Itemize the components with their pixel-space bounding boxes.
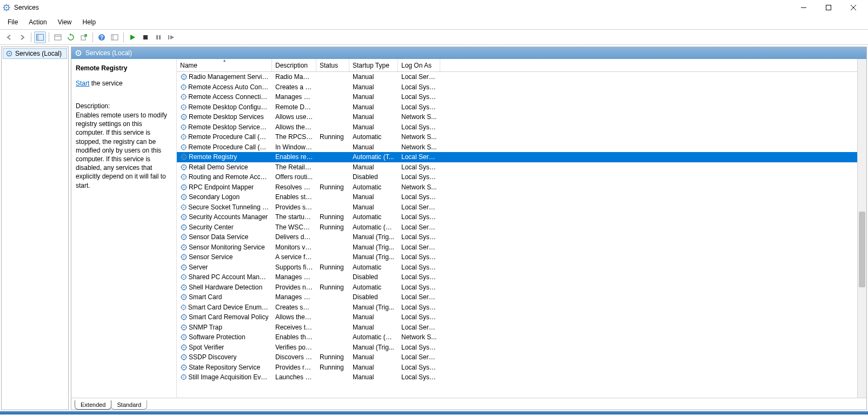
tab-extended[interactable]: Extended <box>75 400 111 410</box>
service-row[interactable]: Smart CardManages ac...DisabledLocal Ser… <box>177 292 857 302</box>
menu-file[interactable]: File <box>2 16 23 28</box>
service-row[interactable]: Smart Card Device Enumera...Creates soft… <box>177 302 857 313</box>
start-service-link[interactable]: Start <box>76 80 89 87</box>
back-button[interactable] <box>3 31 15 43</box>
console-tree[interactable]: Services (Local) <box>1 47 69 410</box>
selected-service-name: Remote Registry <box>76 64 172 72</box>
svg-point-206 <box>183 367 184 368</box>
toolbar-separator <box>49 32 49 42</box>
service-status-cell: Running <box>316 213 349 221</box>
close-button[interactable] <box>841 0 866 15</box>
col-status[interactable]: Status <box>316 59 349 71</box>
service-row[interactable]: Software ProtectionEnables the ...Automa… <box>177 332 857 342</box>
service-icon <box>180 143 187 151</box>
service-row[interactable]: Remote RegistryEnables rem...Automatic (… <box>177 152 857 162</box>
service-row[interactable]: Remote Desktop ServicesAllows user...Man… <box>177 112 857 122</box>
help-button[interactable]: ? <box>96 31 108 43</box>
toolbar: ? <box>0 30 868 45</box>
service-row[interactable]: Remote Procedure Call (RP...In Windows..… <box>177 142 857 153</box>
service-name-cell: State Repository Service <box>189 364 260 371</box>
service-row[interactable]: SNMP TrapReceives tra...ManualLocal Serv… <box>177 322 857 333</box>
service-row[interactable]: RPC Endpoint MapperResolves RP...Running… <box>177 182 857 193</box>
manage-button[interactable] <box>109 31 121 43</box>
tab-standard[interactable]: Standard <box>111 400 147 410</box>
service-row[interactable]: Spot VerifierVerifies pote...Manual (Tri… <box>177 342 857 353</box>
service-row[interactable]: Remote Procedure Call (RPC)The RPCSS ...… <box>177 132 857 142</box>
detail-panel: Remote Registry Start the service Descri… <box>71 59 177 398</box>
service-desc-cell: Provides re... <box>272 364 316 371</box>
service-name-cell: Shell Hardware Detection <box>189 284 262 291</box>
service-icon <box>180 223 188 231</box>
service-desc-cell: Discovers n... <box>272 353 316 361</box>
pause-service-button[interactable] <box>153 31 164 43</box>
scrollbar-thumb[interactable] <box>859 212 865 287</box>
service-row[interactable]: Shell Hardware DetectionProvides no...Ru… <box>177 282 857 293</box>
tree-root-services-local[interactable]: Services (Local) <box>3 48 67 59</box>
col-log-on-as[interactable]: Log On As <box>398 59 440 71</box>
service-logon-cell: Local Syste... <box>398 364 440 371</box>
service-row[interactable]: Still Image Acquisition EventsLaunches a… <box>177 372 857 383</box>
service-startup-cell: Manual <box>349 364 398 371</box>
service-row[interactable]: SSDP DiscoveryDiscovers n...RunningManua… <box>177 352 857 363</box>
service-row[interactable]: State Repository ServiceProvides re...Ru… <box>177 363 857 373</box>
service-row[interactable]: Secondary LogonEnables star...ManualLoca… <box>177 192 857 202</box>
service-icon <box>180 233 188 241</box>
service-desc-cell: Verifies pote... <box>272 344 316 351</box>
vertical-scrollbar[interactable] <box>857 59 866 398</box>
svg-point-68 <box>183 136 184 137</box>
service-icon <box>180 73 188 81</box>
service-logon-cell: Local Syste... <box>398 373 440 381</box>
service-row[interactable]: Smart Card Removal PolicyAllows the s...… <box>177 312 857 322</box>
service-icon <box>180 333 188 341</box>
service-row[interactable]: Remote Access Auto Conne...Creates a co.… <box>177 82 857 93</box>
stop-service-button[interactable] <box>140 31 151 43</box>
properties-button[interactable] <box>52 31 64 43</box>
maximize-button[interactable] <box>816 0 841 15</box>
service-row[interactable]: Sensor Monitoring ServiceMonitors va...M… <box>177 242 857 253</box>
col-startup-type[interactable]: Startup Type <box>349 59 398 71</box>
svg-point-122 <box>183 227 184 228</box>
minimize-button[interactable] <box>791 0 816 15</box>
service-row[interactable]: Sensor Data ServiceDelivers dat...Manual… <box>177 232 857 242</box>
svg-point-28 <box>9 53 10 55</box>
service-row[interactable]: Sensor ServiceA service fo...Manual (Tri… <box>177 252 857 262</box>
restart-service-button[interactable] <box>165 31 177 43</box>
show-hide-tree-button[interactable] <box>34 31 46 43</box>
menu-view[interactable]: View <box>52 16 77 28</box>
service-startup-cell: Manual (Trig... <box>349 344 398 351</box>
service-startup-cell: Automatic <box>349 284 398 291</box>
svg-point-128 <box>183 236 184 238</box>
service-row[interactable]: Remote Access Connection...Manages di...… <box>177 92 857 102</box>
refresh-button[interactable] <box>65 31 77 43</box>
menu-action[interactable]: Action <box>23 16 52 28</box>
service-startup-cell: Manual <box>349 73 398 81</box>
export-button[interactable] <box>78 31 90 43</box>
service-row[interactable]: Routing and Remote AccessOffers routi...… <box>177 172 857 182</box>
start-service-button[interactable] <box>127 31 138 43</box>
svg-rect-15 <box>37 34 39 40</box>
service-desc-cell: Provides no... <box>272 284 316 291</box>
service-row[interactable]: Shared PC Account ManagerManages pr...Di… <box>177 272 857 282</box>
service-row[interactable]: Security Accounts ManagerThe startup ...… <box>177 212 857 222</box>
service-icon <box>180 273 187 281</box>
service-row[interactable]: Radio Management ServiceRadio Mana...Man… <box>177 72 857 82</box>
service-icon <box>180 284 188 291</box>
menu-help[interactable]: Help <box>77 16 102 28</box>
service-row[interactable]: Remote Desktop Configurat...Remote Des..… <box>177 102 857 113</box>
service-status-cell: Running <box>316 364 349 371</box>
service-row[interactable]: Remote Desktop Services U...Allows the r… <box>177 122 857 133</box>
service-row[interactable]: ServerSupports fil...RunningAutomaticLoc… <box>177 262 857 273</box>
svg-point-140 <box>183 256 184 258</box>
svg-point-170 <box>183 307 184 308</box>
service-icon <box>180 293 188 301</box>
service-row[interactable]: Retail Demo ServiceThe Retail D...Manual… <box>177 162 857 173</box>
service-name-cell: Sensor Data Service <box>189 233 248 241</box>
svg-point-74 <box>183 147 184 148</box>
col-name[interactable]: Name▴ <box>177 59 272 71</box>
svg-point-104 <box>183 196 184 197</box>
service-row[interactable]: Secure Socket Tunneling Pr...Provides su… <box>177 202 857 213</box>
service-desc-cell: In Windows... <box>272 143 316 151</box>
service-row[interactable]: Security CenterThe WSCSV...RunningAutoma… <box>177 222 857 233</box>
forward-button[interactable] <box>16 31 28 43</box>
col-description[interactable]: Description <box>272 59 316 71</box>
